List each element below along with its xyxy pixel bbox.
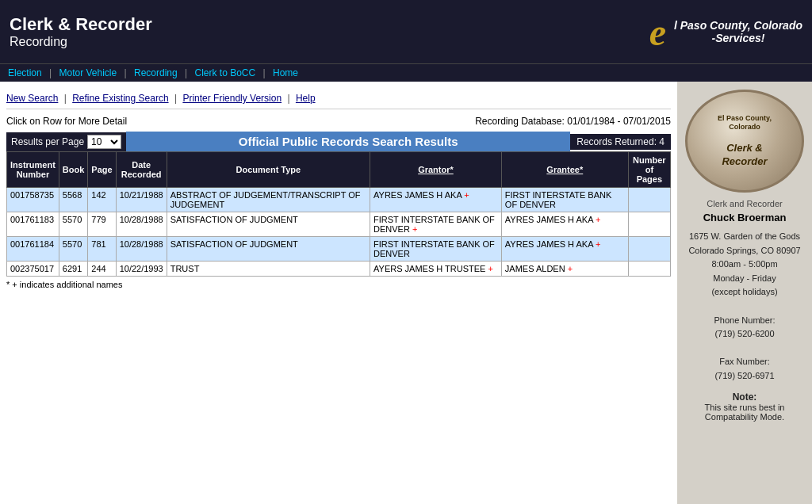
per-page-label: Results per Page <box>11 136 84 147</box>
table-row[interactable]: 001761184557078110/28/1988SATISFACTION O… <box>7 237 671 262</box>
cell-instrument: 001758735 <box>7 188 59 212</box>
nav-election[interactable]: Election <box>3 67 47 78</box>
header-branding: Clerk & Recorder Recording <box>10 14 152 49</box>
sidebar-clerk-name: Chuck Broerman <box>703 212 787 223</box>
fax-number: (719) 520-6971 <box>688 369 800 384</box>
cell-book: 5570 <box>59 212 88 237</box>
seal-text: El Paso County, Colorado Clerk & Recorde… <box>718 114 772 169</box>
cell-date: 10/28/1988 <box>116 212 167 237</box>
cell-date: 10/21/1988 <box>116 188 167 212</box>
cell-page: 781 <box>88 237 116 262</box>
col-book: Book <box>59 152 88 188</box>
cell-grantee: FIRST INTERSTATE BANK OF DENVER <box>501 188 628 212</box>
county-name: l Paso County, Colorado -Services! <box>674 19 802 44</box>
address-line1: 1675 W. Garden of the Gods <box>688 230 800 244</box>
col-instrument-number: InstrumentNumber <box>7 152 59 188</box>
help-link[interactable]: Help <box>296 93 316 104</box>
county-seal: El Paso County, Colorado Clerk & Recorde… <box>685 90 804 193</box>
db-notice: Click on Row for More Detail Recording D… <box>6 116 671 127</box>
cell-instrument: 001761184 <box>7 237 59 262</box>
printer-friendly-link[interactable]: Printer Friendly Version <box>182 93 282 104</box>
seal-circle: El Paso County, Colorado Clerk & Recorde… <box>685 90 804 193</box>
col-grantee: Grantee* <box>501 152 628 188</box>
holidays-note: (except holidays) <box>688 285 800 300</box>
cell-page: 142 <box>88 188 116 212</box>
content-area: New Search | Refine Existing Search | Pr… <box>0 82 677 504</box>
cell-instrument: 002375017 <box>7 262 59 277</box>
results-title: Official Public Records Search Results <box>126 132 570 151</box>
results-per-page-control: Results per Page 10 20 50 100 <box>6 132 126 151</box>
e-logo-icon: e <box>649 10 666 54</box>
cell-page: 244 <box>88 262 116 277</box>
cell-grantor: FIRST INTERSTATE BANK OF DENVER + <box>370 212 502 237</box>
cell-doctype: SATISFACTION OF JUDGMENT <box>167 212 370 237</box>
sidebar: El Paso County, Colorado Clerk & Recorde… <box>677 82 812 504</box>
col-document-type: Document Type <box>167 152 370 188</box>
cell-instrument: 001761183 <box>7 212 59 237</box>
navbar: Election | Motor Vehicle | Recording | C… <box>0 63 812 82</box>
fax-label: Fax Number: <box>688 355 800 369</box>
table-footnote: * + indicates additional names <box>6 277 671 292</box>
search-links-bar: New Search | Refine Existing Search | Pr… <box>6 88 671 109</box>
cell-book: 5568 <box>59 188 88 212</box>
records-returned: Records Returned: 4 <box>570 134 671 150</box>
cell-date: 10/28/1988 <box>116 237 167 262</box>
phone-label: Phone Number: <box>688 314 800 328</box>
records-returned-label: Records Returned: <box>576 136 657 147</box>
per-page-select[interactable]: 10 20 50 100 <box>87 135 121 149</box>
col-grantor: Grantor* <box>370 152 502 188</box>
db-range-text: Recording Database: 01/01/1984 - 07/01/2… <box>475 116 671 127</box>
cell-doctype: TRUST <box>167 262 370 277</box>
cell-grantor: AYERS JAMES H TRUSTEE + <box>370 262 502 277</box>
table-header-row: InstrumentNumber Book Page DateRecorded … <box>7 152 671 188</box>
header: Clerk & Recorder Recording e l Paso Coun… <box>0 0 812 63</box>
cell-pages <box>628 212 670 237</box>
table-row[interactable]: 002375017629124410/22/1993TRUSTAYERS JAM… <box>7 262 671 277</box>
cell-doctype: SATISFACTION OF JUDGMENT <box>167 237 370 262</box>
office-hours: 8:00am - 5:00pm <box>688 258 800 272</box>
cell-book: 6291 <box>59 262 88 277</box>
cell-doctype: ABSTRACT OF JUDGEMENT/TRANSCRIPT OF JUDG… <box>167 188 370 212</box>
site-title: Clerk & Recorder <box>10 14 152 35</box>
cell-date: 10/22/1993 <box>116 262 167 277</box>
table-row[interactable]: 001761183557077910/28/1988SATISFACTION O… <box>7 212 671 237</box>
new-search-link[interactable]: New Search <box>6 93 58 104</box>
main-container: New Search | Refine Existing Search | Pr… <box>0 82 812 504</box>
cell-page: 779 <box>88 212 116 237</box>
col-date-recorded: DateRecorded <box>116 152 167 188</box>
nav-home[interactable]: Home <box>268 67 303 78</box>
cell-pages <box>628 237 670 262</box>
cell-grantee: JAMES ALDEN + <box>501 262 628 277</box>
sidebar-clerk-title: Clerk and Recorder <box>707 199 782 208</box>
records-returned-value: 4 <box>659 136 665 147</box>
col-num-pages: Numberof Pages <box>628 152 670 188</box>
results-tbody: 001758735556814210/21/1988ABSTRACT OF JU… <box>7 188 671 277</box>
click-row-text: Click on Row for More Detail <box>6 116 127 127</box>
cell-grantor: AYRES JAMES H AKA + <box>370 188 502 212</box>
cell-pages <box>628 188 670 212</box>
cell-pages <box>628 262 670 277</box>
cell-book: 5570 <box>59 237 88 262</box>
site-subtitle: Recording <box>10 35 152 49</box>
refine-search-link[interactable]: Refine Existing Search <box>72 93 168 104</box>
office-days: Monday - Friday <box>688 272 800 286</box>
sidebar-note: Note: This site runs best in Compatabili… <box>684 391 806 422</box>
cell-grantee: AYRES JAMES H AKA + <box>501 237 628 262</box>
header-logo: e l Paso County, Colorado -Services! <box>649 10 802 54</box>
col-page: Page <box>88 152 116 188</box>
phone-number: (719) 520-6200 <box>688 327 800 342</box>
nav-motor-vehicle[interactable]: Motor Vehicle <box>55 67 122 78</box>
nav-recording[interactable]: Recording <box>129 67 182 78</box>
results-controls: Results per Page 10 20 50 100 Official P… <box>6 132 671 151</box>
cell-grantee: AYRES JAMES H AKA + <box>501 212 628 237</box>
nav-clerk-bocc[interactable]: Clerk to BoCC <box>190 67 261 78</box>
address-line2: Colorado Springs, CO 80907 <box>688 244 800 258</box>
cell-grantor: FIRST INTERSTATE BANK OF DENVER <box>370 237 502 262</box>
results-table: InstrumentNumber Book Page DateRecorded … <box>6 151 671 277</box>
sidebar-contact-info: 1675 W. Garden of the Gods Colorado Spri… <box>688 230 800 384</box>
table-row[interactable]: 001758735556814210/21/1988ABSTRACT OF JU… <box>7 188 671 212</box>
